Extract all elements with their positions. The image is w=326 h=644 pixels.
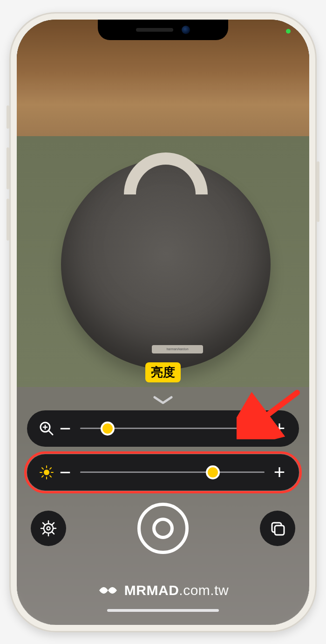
screen: harman/kardon 亮度 − — [17, 20, 309, 625]
svg-line-11 — [50, 476, 51, 477]
svg-line-22 — [43, 532, 45, 534]
svg-line-20 — [43, 523, 45, 525]
power-button — [317, 161, 319, 222]
freeze-inner-icon — [152, 518, 174, 539]
svg-line-13 — [50, 468, 51, 469]
annotation-arrow-icon — [237, 388, 306, 439]
gear-icon — [39, 519, 58, 538]
svg-point-5 — [44, 470, 49, 475]
brightness-icon — [37, 465, 56, 480]
volume-up-button — [7, 147, 9, 189]
watermark-suffix: .com.tw — [179, 582, 229, 598]
multi-window-button[interactable] — [260, 511, 295, 546]
watermark: MRMAD.com.tw — [17, 582, 309, 599]
multi-window-icon — [268, 519, 287, 538]
svg-point-14 — [44, 524, 53, 533]
zoom-decrease-button[interactable]: − — [56, 419, 75, 438]
brightness-slider-row: − + — [27, 454, 299, 491]
front-camera-icon — [182, 26, 190, 34]
magnifier-plus-icon — [37, 421, 56, 436]
svg-line-12 — [42, 476, 43, 477]
home-indicator[interactable] — [107, 609, 219, 612]
watermark-brand: MRMAD — [124, 582, 179, 598]
svg-line-2 — [49, 431, 53, 435]
volume-down-button — [7, 199, 9, 241]
brightness-tooltip: 亮度 — [145, 362, 181, 382]
brightness-slider[interactable] — [80, 471, 265, 473]
svg-line-21 — [52, 532, 54, 534]
settings-button[interactable] — [31, 511, 66, 546]
mute-switch — [7, 105, 9, 129]
brightness-slider-thumb[interactable] — [206, 465, 220, 479]
camera-active-indicator-icon — [286, 29, 291, 34]
freeze-frame-button[interactable] — [137, 503, 189, 554]
brightness-decrease-button[interactable]: − — [56, 463, 75, 482]
zoom-slider-thumb[interactable] — [101, 422, 115, 436]
subject-brand-badge: harman/kardon — [152, 345, 203, 353]
earpiece — [136, 28, 173, 32]
svg-line-10 — [42, 468, 43, 469]
chevron-down-icon — [153, 395, 173, 406]
svg-rect-25 — [275, 526, 284, 535]
phone-frame: harman/kardon 亮度 − — [9, 12, 317, 632]
svg-point-15 — [47, 526, 50, 530]
notch — [98, 20, 228, 40]
brightness-increase-button[interactable]: + — [270, 463, 289, 482]
svg-line-23 — [52, 523, 54, 525]
watermark-logo-icon — [97, 582, 119, 599]
bottom-button-row — [27, 503, 299, 554]
svg-line-0 — [251, 393, 297, 428]
